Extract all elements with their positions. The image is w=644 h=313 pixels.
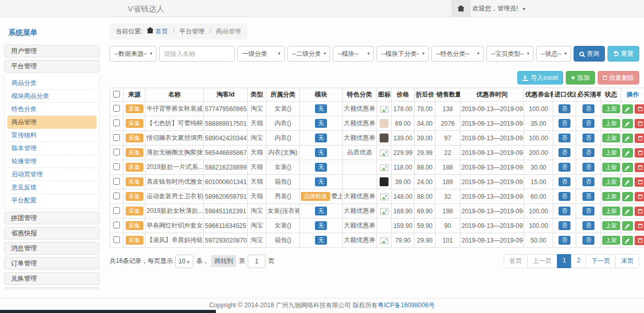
delete-button[interactable] <box>635 207 644 216</box>
status-badge[interactable]: 上架 <box>602 192 620 201</box>
must-buy-badge[interactable]: 否 <box>582 148 594 157</box>
edit-button[interactable] <box>622 207 633 216</box>
delete-button[interactable] <box>635 148 644 158</box>
page-button-下一页[interactable]: 下一页 <box>586 254 616 268</box>
delete-button[interactable] <box>635 134 644 143</box>
sidebar-item-商品分类[interactable]: 商品分类 <box>7 77 96 90</box>
module-badge[interactable]: 无 <box>315 221 327 230</box>
row-checkbox[interactable] <box>113 192 120 199</box>
sidebar-item-版本管理[interactable]: 版本管理 <box>7 142 96 155</box>
module-badge[interactable]: 品牌精选 <box>301 192 330 201</box>
import-select-badge[interactable]: 否 <box>558 148 570 157</box>
sidebar-item-模块商品分类[interactable]: 模块商品分类 <box>7 90 96 103</box>
delete-button[interactable] <box>635 221 644 231</box>
module-select[interactable]: --模块-- <box>333 46 374 62</box>
breadcrumb-home-link[interactable]: 首页 <box>155 28 168 35</box>
sidebar-item-订单管理[interactable]: 订单管理 <box>4 257 100 270</box>
module-badge[interactable]: 无 <box>315 134 327 142</box>
sidebar-item-兑换管理[interactable]: 兑换管理 <box>4 272 100 285</box>
sidebar-item-商品管理[interactable]: 商品管理 <box>7 116 96 129</box>
import-excel-button[interactable]: 导入excel <box>517 71 563 85</box>
reset-button[interactable]: 重置 <box>607 46 639 62</box>
must-buy-badge[interactable]: 否 <box>582 134 594 142</box>
sidebar-item-特色分类[interactable]: 特色分类 <box>7 103 96 116</box>
sidebar-item-用户管理[interactable]: 用户管理 <box>4 45 100 57</box>
row-checkbox[interactable] <box>113 236 120 243</box>
status-badge[interactable]: 上架 <box>602 119 620 128</box>
must-buy-badge[interactable]: 否 <box>582 192 594 201</box>
delete-button[interactable] <box>635 192 644 201</box>
import-select-badge[interactable]: 否 <box>558 104 570 113</box>
must-buy-badge[interactable]: 否 <box>582 221 594 230</box>
must-buy-badge[interactable]: 否 <box>582 207 594 215</box>
delete-button[interactable] <box>635 104 644 114</box>
status-badge[interactable]: 上架 <box>602 207 620 215</box>
sidebar-item-平台管理[interactable]: 平台管理 <box>4 60 100 73</box>
status-badge[interactable]: 上架 <box>602 148 620 157</box>
data-source-select[interactable]: --数据来源-- <box>110 46 156 62</box>
sidebar-item-宣传物料[interactable]: 宣传物料 <box>7 129 96 142</box>
icp-link[interactable]: 粤ICP备16098006号 <box>378 302 434 309</box>
add-button[interactable]: + 添加 <box>566 71 595 85</box>
status-badge[interactable]: 上架 <box>602 236 620 245</box>
must-buy-badge[interactable]: 否 <box>582 177 594 186</box>
sidebar-item-启动页管理[interactable]: 启动页管理 <box>7 168 96 181</box>
row-checkbox[interactable] <box>113 149 120 155</box>
module-badge[interactable]: 无 <box>315 119 327 128</box>
import-select-badge[interactable]: 否 <box>558 163 570 172</box>
page-size-select[interactable]: 10 <box>175 255 193 268</box>
sidebar-item-轮播管理[interactable]: 轮播管理 <box>7 155 96 168</box>
row-checkbox[interactable] <box>113 134 120 141</box>
page-button-末页[interactable]: 末页 <box>615 254 639 268</box>
module-badge[interactable]: 无 <box>315 163 327 172</box>
item-type-select[interactable]: --宝贝类型-- <box>487 46 533 62</box>
status-select[interactable]: --状态-- <box>536 46 571 62</box>
row-checkbox[interactable] <box>113 119 120 126</box>
edit-button[interactable] <box>622 104 633 114</box>
module-subcategory-select[interactable]: --模块下分类-- <box>376 46 429 62</box>
sidebar-item-消息管理[interactable]: 消息管理 <box>4 242 100 255</box>
row-checkbox[interactable] <box>113 178 120 185</box>
must-buy-badge[interactable]: 否 <box>582 119 594 128</box>
import-select-badge[interactable]: 否 <box>558 134 570 142</box>
row-checkbox[interactable] <box>113 207 120 214</box>
status-badge[interactable]: 上架 <box>602 163 620 172</box>
status-badge[interactable]: 上架 <box>602 221 620 230</box>
row-checkbox[interactable] <box>113 222 120 228</box>
breadcrumb-item-platform[interactable]: 平台管理 <box>179 28 204 35</box>
module-badge[interactable]: 无 <box>315 104 327 113</box>
home-button[interactable] <box>452 0 470 17</box>
select-all-checkbox[interactable] <box>113 91 120 98</box>
must-buy-badge[interactable]: 否 <box>582 163 594 172</box>
page-button-上一页[interactable]: 上一页 <box>527 254 557 268</box>
page-button-首页[interactable]: 首页 <box>504 254 528 268</box>
module-badge[interactable]: 无 <box>315 177 327 186</box>
name-input[interactable] <box>159 46 235 62</box>
sidebar-item-平台配置[interactable]: 平台配置 <box>7 194 96 207</box>
edit-button[interactable] <box>622 192 633 201</box>
import-select-badge[interactable]: 否 <box>558 207 570 215</box>
must-buy-badge[interactable]: 否 <box>582 104 594 113</box>
sidebar-item-提现管理[interactable]: 提现管理 <box>4 287 100 290</box>
level2-category-select[interactable]: --二级分类-- <box>287 46 331 62</box>
import-select-badge[interactable]: 否 <box>558 192 570 201</box>
edit-button[interactable] <box>622 134 633 143</box>
module-badge[interactable]: 无 <box>315 207 327 215</box>
edit-button[interactable] <box>622 221 633 231</box>
edit-button[interactable] <box>622 177 633 187</box>
edit-button[interactable] <box>622 119 633 128</box>
delete-button[interactable] <box>635 119 644 128</box>
import-select-badge[interactable]: 否 <box>558 119 570 128</box>
user-menu[interactable]: 欢迎您，管理员! ▼ <box>472 0 526 18</box>
edit-button[interactable] <box>622 163 633 172</box>
sidebar-item-拼团管理[interactable]: 拼团管理 <box>4 212 100 224</box>
import-select-badge[interactable]: 否 <box>558 221 570 230</box>
delete-button[interactable] <box>635 163 644 172</box>
sidebar-item-意见反馈[interactable]: 意见反馈 <box>7 181 96 194</box>
edit-button[interactable] <box>622 236 633 245</box>
import-select-badge[interactable]: 否 <box>558 177 570 186</box>
page-button-1[interactable]: 1 <box>557 254 572 268</box>
module-badge[interactable]: 无 <box>315 148 327 157</box>
row-checkbox[interactable] <box>113 105 120 112</box>
edit-button[interactable] <box>622 148 633 158</box>
